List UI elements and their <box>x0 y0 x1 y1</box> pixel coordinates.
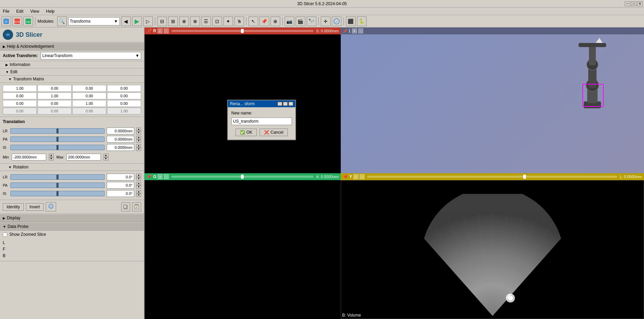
yellow-square-icon[interactable]: □ <box>360 174 365 179</box>
matrix-cell-20[interactable]: 0.00 <box>3 100 37 107</box>
layout-btn6[interactable]: ⊡ <box>212 16 222 26</box>
yellow-slice-slider[interactable] <box>367 176 617 178</box>
rot-is-up[interactable]: ▲ <box>136 190 141 194</box>
rotation-is-slider[interactable] <box>10 191 105 196</box>
matrix-cell-32[interactable]: 0.00 <box>72 108 106 114</box>
menu-view[interactable]: View <box>29 8 41 14</box>
matrix-cell-03[interactable]: 0.00 <box>107 85 141 92</box>
yellow-layers-icon[interactable]: ≡ <box>353 174 358 179</box>
rot-lr-down[interactable]: ▼ <box>136 177 141 180</box>
dialog-close-btn[interactable]: ✕ <box>288 102 293 106</box>
help-section-header[interactable]: ▶ Help & Acknowledgement <box>0 42 144 51</box>
ext-btn1[interactable]: ⬛ <box>346 16 356 26</box>
red-slice-slider[interactable] <box>171 30 314 32</box>
matrix-cell-23[interactable]: 0.00 <box>107 100 141 107</box>
ext-btn2[interactable]: 🐍 <box>357 16 367 26</box>
close-button[interactable]: ✕ <box>637 1 643 6</box>
invert-button[interactable]: Invert <box>26 203 44 211</box>
rotation-lr-slider[interactable] <box>10 174 105 180</box>
minimize-button[interactable]: ─ <box>625 1 630 6</box>
red-square-icon[interactable]: □ <box>164 29 169 33</box>
green-slice-slider[interactable] <box>171 176 313 178</box>
edit-header[interactable]: ▼ Edit <box>0 68 144 76</box>
matrix-cell-10[interactable]: 0.00 <box>3 92 37 99</box>
translation-is-slider[interactable] <box>10 145 105 150</box>
rotation-is-spinner[interactable]: ▲ ▼ <box>136 190 141 197</box>
rotation-pa-value[interactable]: 0.0° <box>107 182 134 189</box>
axis-btn[interactable]: ✛ <box>321 16 330 26</box>
min-spinner[interactable]: ▲ ▼ <box>49 154 54 161</box>
display-header[interactable]: ▶ Display <box>0 214 144 222</box>
new-name-input[interactable] <box>231 118 292 125</box>
max-spinner[interactable]: ▲ ▼ <box>104 154 108 161</box>
scene-btn[interactable]: 🎬 <box>296 16 305 26</box>
lr-spinner-down[interactable]: ▼ <box>136 131 141 134</box>
rotation-pa-slider[interactable] <box>10 183 105 188</box>
crosshair-btn[interactable]: ⊕ <box>271 16 280 26</box>
rotation-pa-spinner[interactable]: ▲ ▼ <box>136 182 141 189</box>
paste-button[interactable] <box>132 202 141 211</box>
matrix-cell-01[interactable]: 0.00 <box>38 85 72 92</box>
max-value-input[interactable]: 200.0000mm <box>66 154 101 161</box>
matrix-cell-02[interactable]: 0.00 <box>72 85 106 92</box>
dcm-button[interactable]: DCM <box>12 16 22 26</box>
rotation-header[interactable]: ▼ Rotation <box>0 164 144 171</box>
maximize-button[interactable]: □ <box>631 1 636 6</box>
layout-btn5[interactable]: ☰ <box>201 16 211 26</box>
translation-is-spinner[interactable]: ▲ ▼ <box>136 144 141 151</box>
translation-lr-slider[interactable] <box>10 128 105 134</box>
green-layers-icon[interactable]: ≡ <box>158 174 162 179</box>
rot-pa-up[interactable]: ▲ <box>136 182 141 185</box>
volume-btn[interactable]: + <box>332 16 341 26</box>
forward-btn2[interactable]: ▷ <box>143 16 153 26</box>
dialog-maximize-btn[interactable]: □ <box>283 102 288 106</box>
cursor-btn[interactable]: ↖ <box>249 16 258 26</box>
matrix-cell-33[interactable]: 1.00 <box>107 108 141 114</box>
lr-spinner-up[interactable]: ▲ <box>136 128 141 131</box>
min-spinner-up[interactable]: ▲ <box>49 154 54 157</box>
rotation-lr-spinner[interactable]: ▲ ▼ <box>136 174 141 180</box>
is-spinner-down[interactable]: ▼ <box>136 147 141 151</box>
rot-is-down[interactable]: ▼ <box>136 194 141 197</box>
menu-help[interactable]: Help <box>45 8 56 14</box>
is-spinner-up[interactable]: ▲ <box>136 144 141 147</box>
matrix-cell-30[interactable]: 0.00 <box>3 108 37 114</box>
rot-lr-up[interactable]: ▲ <box>136 174 141 177</box>
layout-btn2[interactable]: ⊞ <box>168 16 178 26</box>
red-layers-icon[interactable]: ≡ <box>158 29 162 33</box>
max-spinner-up[interactable]: ▲ <box>104 154 108 157</box>
identity-button[interactable]: Identity <box>3 203 24 211</box>
back-button[interactable]: ◀ <box>121 16 131 26</box>
3d-square-icon[interactable]: □ <box>358 29 363 33</box>
menu-edit[interactable]: Edit <box>15 8 25 14</box>
max-spinner-down[interactable]: ▼ <box>104 157 108 161</box>
translation-pa-slider[interactable] <box>10 136 105 142</box>
translation-is-value[interactable]: 0.0000mm <box>107 144 134 151</box>
translation-pa-spinner[interactable]: ▲ ▼ <box>136 136 141 143</box>
matrix-cell-11[interactable]: 1.00 <box>38 92 72 99</box>
translation-pa-value[interactable]: 0.0000mm <box>107 136 134 143</box>
active-transform-dropdown[interactable]: LinearTransform ▼ <box>41 52 141 59</box>
matrix-cell-22[interactable]: 1.00 <box>72 100 106 107</box>
layout-btn7[interactable]: ✦ <box>223 16 233 26</box>
3d-settings-icon[interactable]: ⚙ <box>352 29 357 33</box>
matrix-cell-21[interactable]: 0.00 <box>38 100 72 107</box>
rotation-lr-value[interactable]: 0.0° <box>107 174 134 180</box>
layout-btn8[interactable]: 🖱 <box>234 16 244 26</box>
dialog-minimize-btn[interactable]: ─ <box>277 102 282 106</box>
pa-spinner-down[interactable]: ▼ <box>136 139 141 143</box>
forward-button[interactable]: ▶ <box>132 16 142 26</box>
rot-pa-down[interactable]: ▼ <box>136 185 141 189</box>
pin-btn[interactable]: 📌 <box>260 16 269 26</box>
matrix-cell-12[interactable]: 0.00 <box>72 92 106 99</box>
center-button[interactable]: + <box>46 202 56 211</box>
min-spinner-down[interactable]: ▼ <box>49 157 54 161</box>
search-modules-button[interactable]: 🔍 <box>57 16 67 26</box>
min-value-input[interactable]: -200.0000mm <box>12 154 46 161</box>
dialog-ok-button[interactable]: ✅ OK <box>235 129 257 136</box>
matrix-cell-13[interactable]: 0.00 <box>107 92 141 99</box>
information-header[interactable]: ▶ Information <box>0 61 144 68</box>
pa-spinner-up[interactable]: ▲ <box>136 136 141 139</box>
data-probe-header[interactable]: ▼ Data Probe <box>0 222 144 231</box>
dialog-cancel-button[interactable]: ❌ Cancel <box>260 129 288 136</box>
